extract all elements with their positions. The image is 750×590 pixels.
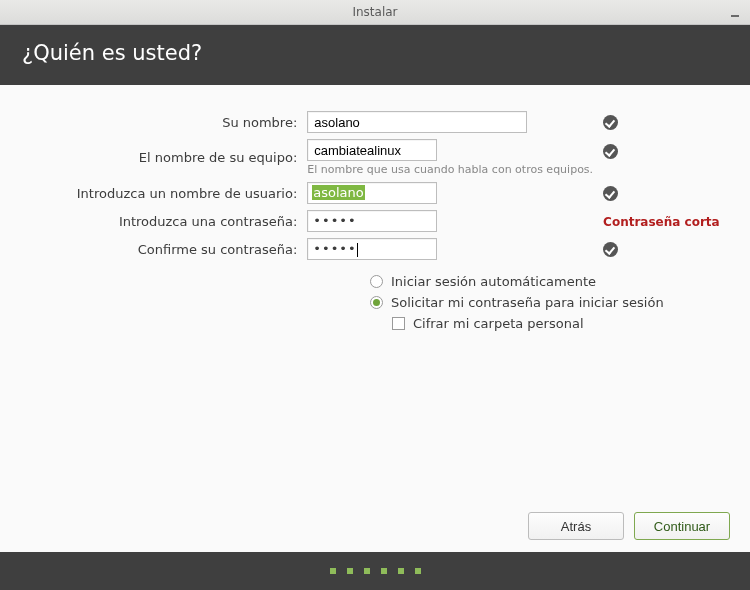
check-icon (603, 144, 618, 159)
page-title: ¿Quién es usted? (22, 41, 202, 65)
check-icon (603, 115, 618, 130)
progress-dot (381, 568, 387, 574)
radio-icon (370, 275, 383, 288)
progress-dot (364, 568, 370, 574)
encrypt-home-option[interactable]: Cifrar mi carpeta personal (392, 316, 720, 331)
installer-window: Instalar ¿Quién es usted? Su nombre: El … (0, 0, 750, 590)
progress-dot (347, 568, 353, 574)
confirm-password-input[interactable] (307, 238, 437, 260)
auto-login-option[interactable]: Iniciar sesión automáticamente (370, 274, 720, 289)
login-options: Iniciar sesión automáticamente Solicitar… (370, 274, 720, 331)
minimize-icon (731, 15, 739, 17)
titlebar: Instalar (0, 0, 750, 25)
check-icon (603, 186, 618, 201)
back-button[interactable]: Atrás (528, 512, 624, 540)
computer-name-hint: El nombre que usa cuando habla con otros… (307, 163, 593, 176)
progress-dot (398, 568, 404, 574)
continue-button[interactable]: Continuar (634, 512, 730, 540)
checkbox-icon (392, 317, 405, 330)
name-input[interactable] (307, 111, 527, 133)
auto-login-label: Iniciar sesión automáticamente (391, 274, 596, 289)
progress-dot (330, 568, 336, 574)
computer-name-input[interactable] (307, 139, 437, 161)
password-input[interactable] (307, 210, 437, 232)
username-label: Introduzca un nombre de usuario: (30, 182, 307, 204)
password-label: Introduzca una contraseña: (30, 210, 307, 232)
require-password-option[interactable]: Solicitar mi contraseña para iniciar ses… (370, 295, 720, 310)
username-input[interactable] (307, 182, 437, 204)
radio-icon (370, 296, 383, 309)
progress-dot (415, 568, 421, 574)
require-password-label: Solicitar mi contraseña para iniciar ses… (391, 295, 664, 310)
window-title: Instalar (352, 5, 397, 19)
name-label: Su nombre: (30, 111, 307, 133)
confirm-label: Confirme su contraseña: (30, 238, 307, 260)
minimize-button[interactable] (728, 3, 742, 17)
check-icon (603, 242, 618, 257)
progress-bar (0, 552, 750, 590)
footer: Atrás Continuar (0, 500, 750, 552)
computer-label: El nombre de su equipo: (30, 139, 307, 176)
user-form: Su nombre: El nombre de su equipo: El no… (30, 105, 720, 266)
page-header: ¿Quién es usted? (0, 25, 750, 85)
content-area: Su nombre: El nombre de su equipo: El no… (0, 85, 750, 500)
encrypt-home-label: Cifrar mi carpeta personal (413, 316, 584, 331)
password-warning: Contraseña corta (603, 215, 720, 229)
